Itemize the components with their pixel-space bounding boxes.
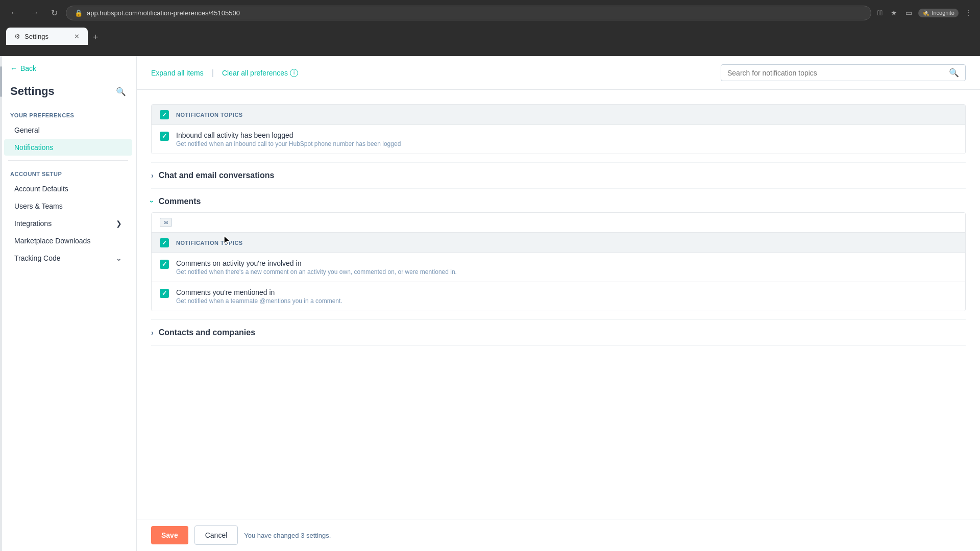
sidebar-item-notifications[interactable]: Notifications [4, 139, 132, 156]
app-layout: ← Back Settings 🔍 Your Preferences Gener… [0, 56, 980, 551]
comments-chevron-icon: › [148, 201, 156, 203]
account-setup-label: Account Setup [0, 165, 136, 180]
top-topics-header-label: NOTIFICATION TOPICS [176, 112, 243, 118]
search-bar[interactable]: 🔍 [721, 64, 966, 81]
chat-section-header[interactable]: › Chat and email conversations [151, 171, 966, 180]
comments-topics-label: NOTIFICATION TOPICS [176, 240, 243, 246]
notification-section: NOTIFICATION TOPICS Inbound call activit… [137, 90, 980, 387]
contacts-chevron-icon: › [151, 329, 154, 337]
comments-section-title: Comments [159, 197, 201, 206]
inbound-call-row: Inbound call activity has been logged Ge… [152, 125, 965, 154]
chat-section-title: Chat and email conversations [159, 171, 275, 180]
bottom-spacer [151, 346, 966, 387]
tab-icon: ⚙ [14, 33, 20, 40]
comments-item-2-title: Comments you're mentioned in [176, 288, 957, 296]
eye-slash-icon[interactable]: 👁̸ [875, 7, 885, 19]
tab-title: Settings [24, 33, 48, 40]
contacts-section: › Contacts and companies [151, 320, 966, 346]
inbound-call-text: Inbound call activity has been logged Ge… [176, 131, 957, 147]
bottom-bar: Save Cancel You have changed 3 settings. [137, 519, 980, 551]
tab-close-button[interactable]: ✕ [74, 33, 80, 40]
incognito-badge: 🕵 Incognito [918, 9, 959, 17]
comments-item-2: Comments you're mentioned in Get notifie… [152, 282, 965, 311]
main-content: Expand all items | Clear all preferences… [137, 56, 980, 551]
cancel-button[interactable]: Cancel [194, 525, 238, 545]
comments-item-2-checkbox[interactable] [160, 289, 169, 298]
top-bar: Expand all items | Clear all preferences… [137, 56, 980, 90]
expand-all-link[interactable]: Expand all items [151, 68, 204, 78]
url-text: app.hubspot.com/notification-preferences… [87, 9, 240, 17]
top-bar-links: Expand all items | Clear all preferences… [151, 68, 298, 78]
comments-item-1-checkbox[interactable] [160, 260, 169, 269]
back-nav-button[interactable]: ← [6, 6, 22, 19]
chevron-down-icon: ⌄ [116, 254, 122, 262]
chevron-right-icon: ❯ [116, 219, 122, 228]
browser-tabs: ⚙ Settings ✕ + [0, 26, 980, 45]
sidebar: ← Back Settings 🔍 Your Preferences Gener… [0, 56, 137, 551]
email-icon: ✉ [164, 220, 168, 226]
comments-item-1-title: Comments on activity you're involved in [176, 259, 957, 267]
reload-button[interactable]: ↻ [47, 6, 62, 20]
comments-item-1: Comments on activity you're involved in … [152, 253, 965, 282]
comments-email-row: ✉ [152, 213, 965, 233]
more-options-icon[interactable]: ⋮ [963, 7, 974, 19]
browser-actions: 👁̸ ★ ▭ 🕵 Incognito ⋮ [875, 7, 974, 19]
lock-icon: 🔒 [75, 9, 83, 17]
new-tab-button[interactable]: + [89, 30, 103, 45]
sidebar-search-button[interactable]: 🔍 [116, 87, 126, 96]
contacts-section-title: Contacts and companies [159, 328, 255, 337]
comments-item-2-desc: Get notified when a teammate @mentions y… [176, 297, 957, 305]
sidebar-item-marketplace-downloads[interactable]: Marketplace Downloads [4, 233, 132, 249]
separator: | [212, 68, 214, 78]
top-notification-row: NOTIFICATION TOPICS Inbound call activit… [151, 90, 966, 163]
active-tab[interactable]: ⚙ Settings ✕ [6, 28, 88, 45]
comments-section-header[interactable]: › Comments [151, 197, 966, 206]
settings-header: Settings 🔍 [0, 81, 136, 106]
sidebar-item-users-teams[interactable]: Users & Teams [4, 198, 132, 214]
search-input[interactable] [727, 69, 945, 77]
comments-topics-header: NOTIFICATION TOPICS [152, 233, 965, 253]
back-button[interactable]: ← Back [0, 56, 136, 81]
settings-title: Settings [10, 85, 55, 98]
sidebar-item-account-defaults[interactable]: Account Defaults [4, 181, 132, 197]
info-icon: i [290, 69, 298, 77]
top-topic-table: NOTIFICATION TOPICS Inbound call activit… [151, 104, 966, 154]
sidebar-toggle-icon[interactable]: ▭ [903, 7, 914, 19]
clear-prefs-link[interactable]: Clear all preferences i [222, 68, 298, 78]
forward-nav-button[interactable]: → [27, 6, 43, 19]
comments-item-1-desc: Get notified when there's a new comment … [176, 268, 957, 276]
comments-item-1-text: Comments on activity you're involved in … [176, 259, 957, 276]
bookmark-icon[interactable]: ★ [889, 7, 899, 19]
sidebar-item-general[interactable]: General [4, 122, 132, 138]
inbound-call-checkbox[interactable] [160, 132, 169, 141]
scroll-thumb [0, 66, 2, 97]
top-header-checkbox[interactable] [160, 110, 169, 119]
sidebar-item-tracking-code[interactable]: Tracking Code ⌄ [4, 250, 132, 266]
inbound-call-desc: Get notified when an inbound call to you… [176, 140, 957, 147]
comments-item-2-text: Comments you're mentioned in Get notifie… [176, 288, 957, 305]
top-topic-header: NOTIFICATION TOPICS [152, 105, 965, 125]
address-bar[interactable]: 🔒 app.hubspot.com/notification-preferenc… [66, 6, 871, 20]
comments-header-checkbox[interactable] [160, 238, 169, 247]
comments-topic-table: ✉ NOTIFICATION TOPICS Comments on activi… [151, 212, 966, 311]
comments-email-checkbox[interactable]: ✉ [160, 218, 172, 227]
save-button[interactable]: Save [151, 526, 188, 544]
sidebar-divider-1 [8, 160, 128, 161]
inbound-call-title: Inbound call activity has been logged [176, 131, 957, 139]
your-preferences-label: Your Preferences [0, 106, 136, 121]
changed-message: You have changed 3 settings. [244, 532, 331, 539]
contacts-section-header[interactable]: › Contacts and companies [151, 328, 966, 337]
chat-chevron-icon: › [151, 171, 154, 180]
scroll-indicator [0, 56, 2, 551]
browser-chrome: ← → ↻ 🔒 app.hubspot.com/notification-pre… [0, 0, 980, 56]
search-icon[interactable]: 🔍 [949, 68, 959, 78]
sidebar-item-integrations[interactable]: Integrations ❯ [4, 215, 132, 232]
chat-section: › Chat and email conversations [151, 163, 966, 189]
back-arrow-icon: ← [10, 64, 17, 72]
comments-section: › Comments ✉ NOTIFICATION TOPICS [151, 189, 966, 320]
